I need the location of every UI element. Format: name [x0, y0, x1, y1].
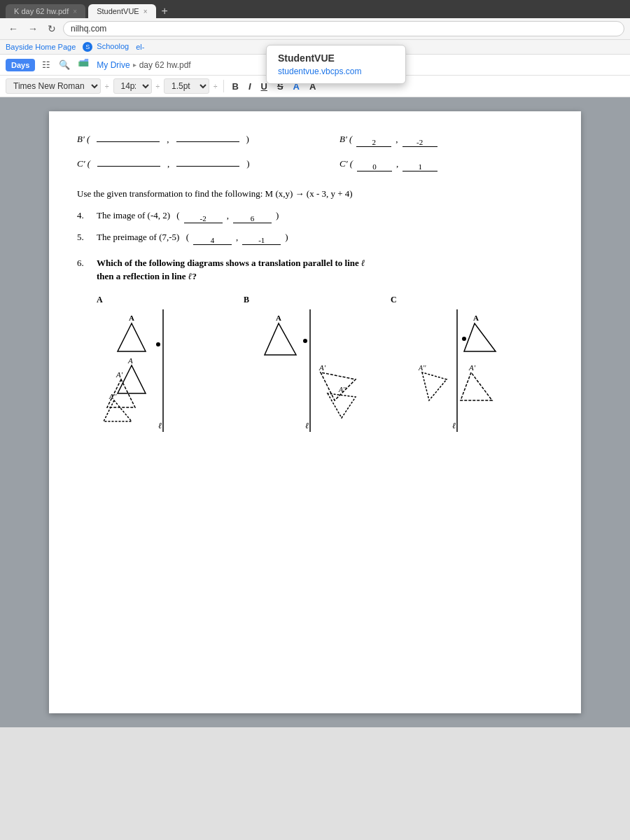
b-prime-blank2: [176, 141, 239, 142]
svg-text:A: A: [127, 356, 133, 365]
item5-text: The preimage of (7,-5): [97, 230, 179, 245]
item6-question: Which of the following diagrams shows a …: [97, 256, 553, 284]
svg-marker-25: [461, 372, 492, 400]
tab-studentvue-label: StudentVUE: [97, 7, 139, 15]
svg-text:A': A': [115, 370, 123, 379]
breadcrumb: My Drive ▸ day 62 hw.pdf: [97, 60, 190, 70]
tab-studentvue-close[interactable]: ×: [144, 8, 148, 15]
item-6: 6. Which of the following diagrams shows…: [77, 256, 553, 432]
diagrams-row: A ℓ A A': [97, 293, 553, 432]
item6-number: 6.: [77, 256, 91, 271]
spacing-arrow: ÷: [214, 83, 218, 90]
forward-button[interactable]: →: [25, 22, 41, 36]
item5-ans1: 4: [211, 234, 215, 247]
item5-ans2: -1: [258, 234, 265, 247]
c-prime-left: C' ( , ): [77, 157, 290, 172]
browser-chrome: K day 62 hw.pdf × StudentVUE × +: [0, 0, 630, 18]
tab-bar: K day 62 hw.pdf × StudentVUE × +: [6, 4, 624, 18]
back-button[interactable]: ←: [6, 22, 21, 36]
breadcrumb-filename: day 62 hw.pdf: [139, 60, 191, 70]
item6-then: then a reflection in line ℓ?: [97, 271, 197, 281]
c-prime-right-label: C' (: [340, 157, 353, 172]
item5-content: The preimage of (7,-5) ( 4 , -1 ): [97, 230, 553, 245]
svg-marker-23: [464, 323, 496, 351]
tab-studentvue[interactable]: StudentVUE ×: [88, 4, 155, 18]
bookmark-el[interactable]: el-: [136, 43, 144, 51]
tooltip-url: studentvue.vbcps.com: [278, 66, 394, 76]
b-prime-right-label: B' (: [340, 132, 352, 147]
size-arrow: ÷: [156, 83, 160, 90]
italic-button[interactable]: I: [246, 80, 254, 93]
svg-marker-9: [104, 400, 132, 421]
doc-area: B' ( , ) C' ( , ): [0, 97, 630, 727]
item5-number: 5.: [77, 230, 91, 245]
svg-point-22: [462, 337, 466, 341]
doc-page: B' ( , ) C' ( , ): [49, 111, 581, 713]
svg-text:ℓ: ℓ: [158, 421, 162, 430]
diagram-b-label: B: [244, 293, 249, 307]
bookmark-bayside[interactable]: Bayside Home Page: [6, 43, 76, 51]
item6-content: Which of the following diagrams shows a …: [97, 256, 553, 432]
breadcrumb-arrow: ▸: [133, 61, 136, 69]
item4-ans1: -2: [200, 213, 206, 225]
breadcrumb-my-drive[interactable]: My Drive: [97, 60, 130, 70]
item6-which: Which of the following diagrams shows a …: [97, 258, 365, 268]
grid-icon-btn[interactable]: ☷: [41, 58, 52, 71]
b-prime-left-label: B' (: [77, 132, 90, 147]
line-spacing-selector[interactable]: 1.5pt: [164, 78, 209, 94]
svg-marker-7: [118, 365, 146, 393]
nav-bar: ← → ↻ nilhq.com StudentVUE studentvue.vb…: [0, 18, 630, 40]
c-prime-ans1: 0: [372, 161, 377, 174]
drive-icon-btn[interactable]: [77, 57, 91, 72]
c-prime-ans2: 1: [419, 161, 423, 174]
transform-text: Use the given transformation to find the…: [77, 188, 353, 199]
b-prime-left: B' ( , ): [77, 132, 290, 147]
svg-text:A: A: [129, 314, 134, 322]
days-button[interactable]: Days: [6, 59, 35, 71]
font-selector[interactable]: Times New Roman: [6, 78, 101, 94]
svg-point-6: [156, 342, 160, 346]
svg-marker-13: [265, 323, 296, 355]
c-prime-blank1: [97, 166, 160, 167]
item6-question-text: Which of the following diagrams shows a …: [97, 258, 365, 282]
svg-marker-15: [321, 372, 356, 400]
diagram-c-label: C: [391, 293, 397, 307]
svg-text:A: A: [473, 314, 479, 322]
font-arrow: ÷: [105, 83, 109, 90]
studentvue-tooltip: StudentVUE studentvue.vbcps.com: [266, 45, 406, 84]
tooltip-title: StudentVUE: [278, 52, 394, 64]
divider1: [223, 80, 224, 92]
doc-content: B' ( , ) C' ( , ): [77, 132, 553, 432]
bold-button[interactable]: B: [230, 80, 241, 93]
bc-left: B' ( , ) C' ( , ): [77, 132, 290, 177]
svg-marker-17: [328, 393, 356, 418]
search-icon-btn[interactable]: 🔍: [57, 58, 71, 71]
c-prime-right: C' ( 0 , 1: [340, 157, 553, 172]
diagram-c-svg: ℓ A A' A'': [391, 309, 524, 432]
bookmark-schoolog-label: Schoolog: [97, 42, 129, 50]
item4-text: The image of (-4, 2): [97, 209, 170, 223]
svg-text:A': A': [468, 363, 476, 372]
transform-instruction: Use the given transformation to find the…: [77, 187, 553, 201]
svg-text:A'': A'': [108, 393, 117, 400]
font-size-selector[interactable]: 14px: [113, 78, 152, 94]
item4-number: 4.: [77, 209, 91, 223]
tab-pdf[interactable]: K day 62 hw.pdf ×: [6, 4, 85, 18]
svg-text:A'': A'': [418, 364, 426, 372]
b-prime-ans1: 2: [372, 136, 377, 149]
address-bar[interactable]: nilhq.com: [63, 21, 624, 36]
new-tab-button[interactable]: +: [162, 5, 168, 18]
svg-point-19: [303, 339, 307, 343]
c-prime-left-label: C' (: [77, 157, 90, 172]
bc-rows: B' ( , ) C' ( , ): [77, 132, 553, 177]
refresh-button[interactable]: ↻: [45, 22, 59, 36]
svg-text:A': A': [318, 363, 326, 372]
b-prime-right: B' ( 2 , -2: [340, 132, 553, 147]
tab-pdf-close[interactable]: ×: [73, 8, 77, 15]
bookmark-schoolog[interactable]: S Schoolog: [83, 42, 129, 52]
diagram-a-label: A: [97, 293, 103, 307]
b-prime-blank1: [97, 141, 160, 142]
item-4: 4. The image of (-4, 2) ( -2 , 6 ): [77, 209, 553, 223]
c-prime-blank2: [176, 166, 239, 167]
diagram-a-svg: ℓ A A': [97, 309, 230, 432]
